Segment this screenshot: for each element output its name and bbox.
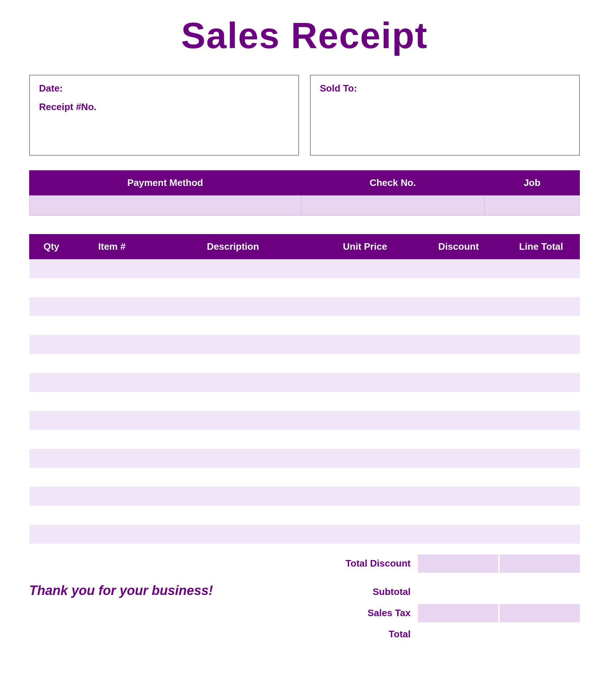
job-cell <box>485 195 580 216</box>
item-cell <box>150 297 315 316</box>
item-cell <box>30 259 74 278</box>
total-discount-cell-1 <box>418 555 498 573</box>
discount-header: Discount <box>415 234 503 259</box>
items-table: Qty Item # Description Unit Price Discou… <box>29 234 580 544</box>
total-cell-1 <box>418 625 498 643</box>
date-receipt-box: Date: Receipt #No. <box>29 75 299 156</box>
item-row <box>30 373 580 392</box>
line-total-header: Line Total <box>503 234 579 259</box>
item-cell <box>30 373 74 392</box>
item-row <box>30 487 580 506</box>
qty-header: Qty <box>30 234 74 259</box>
item-cell <box>150 449 315 468</box>
item-row <box>30 335 580 354</box>
item-gap-row <box>30 468 580 487</box>
total-label: Total <box>277 629 418 640</box>
item-cell <box>73 335 150 354</box>
item-cell <box>503 449 579 468</box>
item-cell <box>30 297 74 316</box>
item-cell <box>30 487 74 506</box>
item-num-header: Item # <box>73 234 150 259</box>
item-cell <box>73 525 150 544</box>
item-cell <box>73 373 150 392</box>
subtotal-cell-1 <box>418 583 498 601</box>
bottom-section: Thank you for your business! Subtotal Sa… <box>29 583 580 646</box>
item-gap-row <box>30 506 580 525</box>
item-gap-row <box>30 316 580 335</box>
items-table-wrapper: Qty Item # Description Unit Price Discou… <box>29 234 580 544</box>
total-discount-cell-2 <box>500 555 580 573</box>
item-cell <box>415 259 503 278</box>
date-receipt-value-area <box>39 118 289 148</box>
totals-section: Total Discount <box>29 555 580 576</box>
item-cell <box>30 411 74 430</box>
item-gap-row <box>30 430 580 449</box>
sales-tax-cell-2 <box>500 604 580 622</box>
total-discount-label: Total Discount <box>277 558 418 569</box>
date-label: Date: <box>39 83 289 94</box>
subtotal-cell-2 <box>500 583 580 601</box>
item-cell <box>315 335 415 354</box>
item-cell <box>73 411 150 430</box>
item-cell <box>415 411 503 430</box>
item-cell <box>315 487 415 506</box>
item-cell <box>150 411 315 430</box>
total-cell-2 <box>500 625 580 643</box>
description-header: Description <box>150 234 315 259</box>
item-cell <box>315 373 415 392</box>
item-gap-row <box>30 354 580 373</box>
check-no-header: Check No. <box>301 171 484 195</box>
sales-tax-cell-1 <box>418 604 498 622</box>
item-cell <box>415 335 503 354</box>
total-discount-row: Total Discount <box>277 555 580 573</box>
bottom-totals: Subtotal Sales Tax Total <box>277 583 580 646</box>
totals-table: Total Discount <box>277 555 580 576</box>
sold-to-box: Sold To: <box>310 75 580 156</box>
item-cell <box>150 259 315 278</box>
item-cell <box>73 259 150 278</box>
item-row <box>30 449 580 468</box>
item-cell <box>415 487 503 506</box>
page-title: Sales Receipt <box>29 15 580 57</box>
payment-table-header-row: Payment Method Check No. Job <box>30 171 580 195</box>
subtotal-label: Subtotal <box>277 586 418 598</box>
item-cell <box>30 335 74 354</box>
item-cell <box>315 449 415 468</box>
item-row <box>30 525 580 544</box>
job-header: Job <box>485 171 580 195</box>
sold-to-label: Sold To: <box>320 83 570 94</box>
item-cell <box>73 297 150 316</box>
item-gap-row <box>30 392 580 411</box>
item-cell <box>415 373 503 392</box>
subtotal-row: Subtotal <box>277 583 580 601</box>
item-gap-row <box>30 278 580 297</box>
thank-you-text: Thank you for your business! <box>29 583 213 598</box>
item-cell <box>315 297 415 316</box>
item-cell <box>503 373 579 392</box>
top-section: Date: Receipt #No. Sold To: <box>29 75 580 156</box>
item-cell <box>150 373 315 392</box>
item-cell <box>503 297 579 316</box>
item-cell <box>30 525 74 544</box>
sales-tax-label: Sales Tax <box>277 607 418 619</box>
receipt-label: Receipt #No. <box>39 101 289 113</box>
item-cell <box>503 411 579 430</box>
item-cell <box>73 449 150 468</box>
item-cell <box>315 411 415 430</box>
item-cell <box>150 487 315 506</box>
payment-table-row <box>30 195 580 216</box>
item-cell <box>315 525 415 544</box>
sales-tax-row: Sales Tax <box>277 604 580 622</box>
item-cell <box>415 525 503 544</box>
sold-to-value-area <box>320 100 570 129</box>
item-cell <box>30 449 74 468</box>
item-cell <box>503 525 579 544</box>
item-row <box>30 297 580 316</box>
items-header-row: Qty Item # Description Unit Price Discou… <box>30 234 580 259</box>
item-cell <box>73 487 150 506</box>
item-cell <box>315 259 415 278</box>
payment-method-header: Payment Method <box>30 171 301 195</box>
item-row <box>30 411 580 430</box>
item-cell <box>150 335 315 354</box>
item-row <box>30 259 580 278</box>
